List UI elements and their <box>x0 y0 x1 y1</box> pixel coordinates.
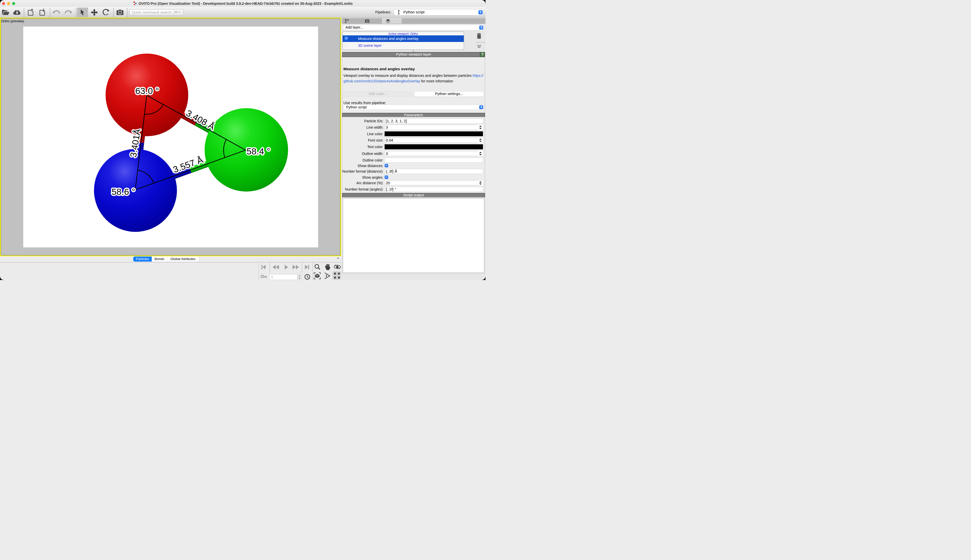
svg-text:58.6 °: 58.6 ° <box>112 187 135 197</box>
svg-text:63.0 °: 63.0 ° <box>135 86 159 96</box>
svg-text:58.4 °: 58.4 ° <box>247 146 270 156</box>
